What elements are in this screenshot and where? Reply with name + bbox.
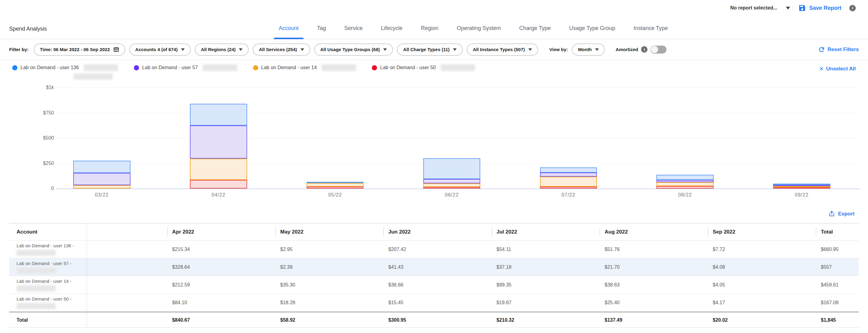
redacted-text — [73, 73, 113, 79]
page-title: Spend Analysis — [9, 26, 47, 32]
bar-segment — [73, 161, 130, 173]
view-by-dropdown[interactable]: Month — [572, 43, 605, 56]
bar-slot — [277, 88, 394, 189]
calendar-icon — [113, 46, 119, 52]
info-icon[interactable]: i — [849, 5, 856, 11]
view-by-label: View by: — [550, 47, 568, 52]
stacked-bar-04-22[interactable] — [190, 104, 247, 189]
stacked-bar-05-22[interactable] — [307, 182, 364, 189]
total-value-cell: $137.49 — [600, 312, 708, 328]
value-cell: $459.61 — [816, 276, 859, 294]
refresh-icon — [818, 46, 825, 53]
chevron-down-icon — [383, 48, 387, 51]
stacked-bar-06-22[interactable] — [423, 158, 480, 189]
reset-filters-button[interactable]: Reset Filters — [818, 46, 859, 53]
bar-segment — [423, 158, 480, 179]
legend-item[interactable]: Lab on Demand - user 136 — [12, 64, 118, 79]
tab-account[interactable]: Account — [270, 25, 308, 39]
legend-item[interactable]: Lab on Demand - user 57 — [134, 64, 237, 79]
value-cell: $15.45 — [383, 294, 492, 311]
account-name: Lab on Demand - user 57 - — [17, 261, 71, 266]
bar-segment — [540, 187, 597, 189]
unselect-all-button[interactable]: ✕ Unselect All — [819, 64, 856, 72]
filter-dropdown-label: All Regions (24) — [201, 47, 236, 52]
empty-cell — [87, 294, 167, 311]
filter-dropdown-all-usage-type-groups[interactable]: All Usage Type Groups (68) — [314, 43, 393, 56]
value-cell: $38.63 — [600, 276, 708, 294]
bar-segment — [540, 167, 597, 173]
filter-dropdown-all-instance-types[interactable]: All Instance Types (507) — [467, 43, 538, 56]
tab-usage-type-group[interactable]: Usage Type Group — [560, 25, 624, 39]
bar-segment — [307, 183, 364, 187]
account-cell: Lab on Demand - user 14 - — [9, 276, 87, 294]
tab-lifecycle[interactable]: Lifecycle — [372, 25, 412, 39]
export-button[interactable]: Export — [829, 210, 855, 217]
tab-instance-type[interactable]: Instance Type — [624, 25, 677, 39]
value-cell: $4.17 — [708, 294, 816, 311]
x-axis-label: 09/22 — [743, 192, 860, 198]
legend-item[interactable]: Lab on Demand - user 50 — [372, 64, 475, 79]
value-cell: $51.76 — [600, 240, 708, 258]
filter-dropdown-all-charge-types[interactable]: All Charge Types (11) — [397, 43, 463, 56]
x-axis-label: 05/22 — [277, 192, 394, 198]
legend-item[interactable]: Lab on Demand - user 14 — [253, 64, 356, 79]
report-selector-dropdown[interactable]: No report selected... — [730, 5, 790, 11]
stacked-bar-09-22[interactable] — [773, 184, 830, 189]
legend-dot-icon — [12, 65, 18, 70]
total-value-cell: $1,845 — [816, 312, 859, 328]
chevron-down-icon — [595, 48, 599, 51]
filter-dropdown-accounts-4[interactable]: Accounts 4 (of 674) — [129, 43, 191, 56]
value-cell: $35.30 — [275, 276, 383, 294]
amortized-toggle[interactable] — [651, 45, 666, 54]
redacted-text — [203, 64, 237, 71]
chevron-down-icon — [786, 7, 790, 9]
title-tabs-bar: Spend Analysis AccountTagServiceLifecycl… — [0, 16, 868, 39]
bar-segment — [307, 187, 364, 189]
tab-region[interactable]: Region — [412, 25, 447, 39]
tab-tag[interactable]: Tag — [308, 25, 335, 39]
filter-dropdown-all-services[interactable]: All Services (254) — [253, 43, 310, 56]
save-report-label: Save Report — [809, 5, 841, 11]
account-name: Lab on Demand - user 136 - — [17, 243, 74, 248]
save-report-button[interactable]: Save Report — [798, 4, 841, 12]
filter-dropdown-all-regions[interactable]: All Regions (24) — [195, 43, 249, 56]
value-cell: $18.28 — [275, 294, 383, 311]
legend-item-label: Lab on Demand - user 50 — [380, 65, 436, 70]
redacted-text — [17, 250, 56, 256]
tab-operating-system[interactable]: Operating System — [447, 25, 510, 39]
stacked-bar-03-22[interactable] — [73, 161, 130, 189]
info-icon[interactable]: i — [641, 46, 648, 53]
amortized-control: Amortized i — [616, 45, 666, 54]
spend-table: AccountApr 2022May 2022Jun 2022Jul 2022A… — [9, 223, 859, 328]
time-filter-pill[interactable]: Time: 06 Mar 2022 - 06 Sep 2022 — [34, 43, 125, 56]
total-value-cell: $58.92 — [275, 312, 383, 328]
legend-item-line: Lab on Demand - user 136 — [12, 64, 118, 71]
redacted-text — [17, 303, 56, 309]
value-cell: $328.64 — [167, 258, 275, 276]
empty-cell — [87, 240, 167, 258]
redacted-text — [321, 64, 356, 71]
chevron-down-icon — [181, 48, 185, 51]
redacted-text — [17, 285, 56, 291]
bar-slot — [743, 88, 860, 189]
tab-service[interactable]: Service — [335, 25, 372, 39]
account-cell: Lab on Demand - user 57 - — [9, 258, 87, 276]
value-cell: $36.66 — [383, 276, 492, 294]
tab-bar: AccountTagServiceLifecycleRegionOperatin… — [270, 16, 677, 39]
stacked-bar-07-22[interactable] — [540, 167, 597, 189]
bar-slot — [43, 88, 160, 189]
bar-segment — [656, 175, 714, 180]
legend-item-label: Lab on Demand - user 57 — [142, 65, 197, 70]
filter-dropdown-label: Accounts 4 (of 674) — [135, 47, 178, 52]
bar-segment — [656, 180, 714, 182]
tab-charge-type[interactable]: Charge Type — [510, 25, 560, 39]
export-label: Export — [838, 211, 855, 217]
table-row: Lab on Demand - user 136 -$215.34$2.95$2… — [9, 240, 859, 258]
bar-segment — [190, 159, 247, 180]
x-axis-label: 08/22 — [627, 192, 743, 198]
value-cell: $54.11 — [492, 240, 600, 258]
export-icon — [829, 210, 835, 217]
stacked-bar-08-22[interactable] — [656, 175, 714, 189]
filter-by-label: Filter by: — [9, 47, 29, 52]
time-filter-label: Time: 06 Mar 2022 - 06 Sep 2022 — [40, 47, 110, 52]
